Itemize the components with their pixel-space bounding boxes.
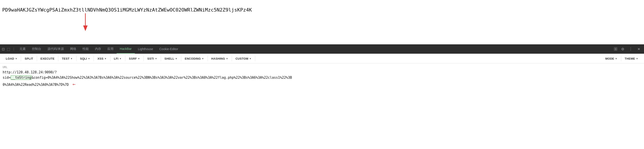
tab-elements[interactable]: 元素 (16, 44, 29, 54)
hashing-button[interactable]: HASHING ▼ (208, 56, 231, 62)
settings-icon[interactable]: ⚙ (619, 46, 626, 52)
lfi-caret-icon: ▼ (119, 58, 122, 60)
separator-6 (110, 56, 110, 61)
tab-memory[interactable]: 内存 (92, 44, 104, 54)
separator-14 (621, 56, 621, 61)
left-arrow-icon: ← (72, 81, 76, 87)
test-button[interactable]: TEST ▼ (59, 56, 76, 62)
devtools-bar: ⊡ ⬚ | 元素 控制台 源代码/来源 网络 性能 内存 应用 HackBar … (0, 44, 644, 54)
separator-1 (21, 56, 21, 61)
encoding-caret-icon: ▼ (202, 58, 204, 60)
separator-8 (144, 56, 144, 61)
sqli-caret-icon: ▼ (88, 58, 90, 60)
execute-button[interactable]: EXECUTE (38, 56, 58, 62)
url-label: URL (3, 66, 641, 69)
hackbar-toolbar: LOAD ▼ SPLIT EXECUTE TEST ▼ SQLI ▼ XSS ▼… (0, 54, 644, 64)
encoded-text: PD9waHAKJGZsYWcgPSAiZmxhZ3tllNDVhNmQ3OS1… (2, 4, 642, 16)
shell-caret-icon: ▼ (175, 58, 178, 60)
load-caret-icon: ▼ (15, 58, 17, 60)
shell-button[interactable]: SHELL ▼ (162, 56, 180, 62)
mode-button[interactable]: MODE ▼ (602, 56, 620, 62)
inspect-icon[interactable]: ⊡ (2, 47, 5, 51)
close-devtools-icon[interactable]: ✕ (635, 46, 642, 52)
separator-11 (208, 56, 208, 61)
tab-lighthouse[interactable]: Lighthouse (135, 44, 156, 54)
ssrf-button[interactable]: SSRF ▼ (126, 56, 143, 62)
separator-4 (76, 56, 76, 61)
url-line3: 0%3A4%3A%22Read%22%3A0%3A7B%7D%7D (3, 83, 69, 87)
sqli-button[interactable]: SQLI ▼ (77, 56, 93, 62)
url-sid-prefix: sid= (3, 76, 11, 80)
ssti-button[interactable]: SSTI ▼ (144, 56, 160, 62)
split-button[interactable]: SPLIT (22, 56, 36, 62)
separator-10 (181, 56, 181, 61)
hashing-caret-icon: ▼ (226, 58, 228, 60)
mode-caret-icon: ▼ (615, 58, 618, 60)
device-icon[interactable]: ⬚ (7, 47, 10, 51)
tab-performance[interactable]: 性能 (80, 44, 92, 54)
custom-caret-icon: ▼ (249, 58, 252, 60)
load-button[interactable]: LOAD ▼ (3, 56, 20, 62)
theme-button[interactable]: THEME ▼ (622, 56, 641, 62)
url-line1: http://120.48.128.24:9090/? (3, 70, 57, 74)
separator-13 (255, 56, 255, 61)
more-options-icon[interactable]: ⋮ (627, 46, 634, 52)
separator-2 (37, 56, 37, 61)
top-content-area: PD9waHAKJGZsYWcgPSAiZmxhZ3tllNDVhNmQ3OS1… (0, 0, 644, 44)
url-content[interactable]: http://120.48.128.24:9090/? sid=__toStri… (3, 70, 641, 88)
xss-button[interactable]: XSS ▼ (94, 56, 110, 62)
xss-caret-icon: ▼ (104, 58, 106, 60)
tab-network[interactable]: 网络 (67, 44, 80, 54)
separator-3 (58, 56, 58, 61)
ssrf-caret-icon: ▼ (138, 58, 140, 60)
down-arrow-icon (80, 12, 91, 32)
svg-marker-1 (83, 26, 88, 31)
tab-console[interactable]: 控制台 (29, 44, 44, 54)
url-tostring-highlight: __toString (11, 76, 32, 80)
test-caret-icon: ▼ (70, 58, 73, 60)
separator-12 (232, 56, 232, 61)
theme-caret-icon: ▼ (636, 58, 638, 60)
url-line2-middle: &config=0%3A4%3A%22Show%22%3A3%3A7Bs%3A6… (32, 76, 292, 80)
lfi-button[interactable]: LFI ▼ (111, 56, 125, 62)
tab-hackbar[interactable]: HackBar (117, 44, 135, 54)
tab-application[interactable]: 应用 (104, 44, 117, 54)
notification-badge: 1 (614, 47, 618, 51)
separator-5 (94, 56, 94, 61)
tab-sources[interactable]: 源代码/来源 (44, 44, 67, 54)
encoding-button[interactable]: ENCODING ▼ (182, 56, 207, 62)
custom-button[interactable]: CUSTOM ▼ (232, 56, 254, 62)
arrow-annotation (80, 12, 91, 33)
url-area: URL http://120.48.128.24:9090/? sid=__to… (0, 64, 644, 89)
devtools-icons-left: ⊡ ⬚ | (2, 47, 15, 51)
ssti-caret-icon: ▼ (155, 58, 157, 60)
separator-7 (125, 56, 125, 61)
devtools-right-controls: 1 ⚙ ⋮ ✕ (614, 46, 642, 52)
separator-9 (161, 56, 161, 61)
tab-cookie-editor[interactable]: Cookie-Editor (156, 44, 181, 54)
